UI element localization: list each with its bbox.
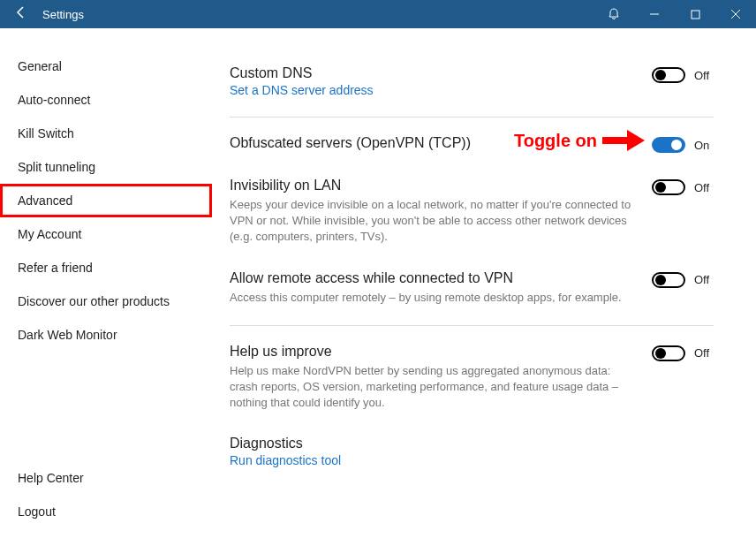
sidebar-item-help-center[interactable]: Help Center xyxy=(0,461,212,495)
window-title: Settings xyxy=(42,8,84,21)
sidebar-item-kill-switch[interactable]: Kill Switch xyxy=(0,117,212,150)
sidebar-item-auto-connect[interactable]: Auto-connect xyxy=(0,83,212,117)
remote-toggle[interactable] xyxy=(652,272,685,288)
diagnostics-link[interactable]: Run diagnostics tool xyxy=(230,453,714,467)
section-remote: Allow remote access while connected to V… xyxy=(230,258,714,326)
invisibility-toggle[interactable] xyxy=(652,179,685,195)
invisibility-title: Invisibility on LAN xyxy=(230,178,641,193)
diagnostics-title: Diagnostics xyxy=(230,436,714,451)
custom-dns-state: Off xyxy=(694,69,714,82)
remote-desc: Access this computer remotely – by using… xyxy=(230,290,641,306)
custom-dns-link[interactable]: Set a DNS server address xyxy=(230,83,641,97)
section-invisibility: Invisibility on LAN Keeps your device in… xyxy=(230,165,714,258)
section-improve: Help us improve Help us make NordVPN bet… xyxy=(230,331,714,424)
sidebar-item-split-tunneling[interactable]: Split tunneling xyxy=(0,150,212,184)
maximize-button[interactable] xyxy=(675,0,715,28)
custom-dns-title: Custom DNS xyxy=(230,65,641,81)
sidebar-item-logout[interactable]: Logout xyxy=(0,495,212,528)
improve-title: Help us improve xyxy=(230,344,641,360)
sidebar-item-my-account[interactable]: My Account xyxy=(0,217,212,251)
improve-state: Off xyxy=(694,346,714,360)
section-custom-dns: Custom DNS Set a DNS server address Off xyxy=(230,53,714,118)
section-diagnostics: Diagnostics Run diagnostics tool xyxy=(230,423,714,480)
remote-title: Allow remote access while connected to V… xyxy=(230,270,641,286)
minimize-button[interactable] xyxy=(634,0,675,28)
remote-state: Off xyxy=(694,273,714,286)
obfuscated-toggle[interactable] xyxy=(652,137,685,153)
improve-toggle[interactable] xyxy=(652,345,685,361)
section-obfuscated: Obfuscated servers (OpenVPN (TCP)) On To… xyxy=(230,123,714,165)
invisibility-state: Off xyxy=(694,181,714,194)
sidebar-item-dark-web[interactable]: Dark Web Monitor xyxy=(0,318,212,352)
svg-rect-1 xyxy=(692,11,699,19)
invisibility-desc: Keeps your device invisible on a local n… xyxy=(230,197,641,246)
main: General Auto-connect Kill Switch Split t… xyxy=(0,28,756,546)
titlebar: Settings xyxy=(0,0,756,28)
sidebar-item-refer[interactable]: Refer a friend xyxy=(0,251,212,284)
improve-desc: Help us make NordVPN better by sending u… xyxy=(230,363,641,412)
notification-icon[interactable] xyxy=(593,0,634,28)
close-button[interactable] xyxy=(715,0,756,28)
sidebar-item-advanced[interactable]: Advanced xyxy=(0,184,212,217)
obfuscated-state: On xyxy=(694,139,714,152)
sidebar-item-discover[interactable]: Discover our other products xyxy=(0,284,212,318)
sidebar: General Auto-connect Kill Switch Split t… xyxy=(0,28,212,546)
sidebar-item-general[interactable]: General xyxy=(0,49,212,83)
back-button[interactable] xyxy=(0,5,42,23)
content: Custom DNS Set a DNS server address Off … xyxy=(212,28,756,546)
custom-dns-toggle[interactable] xyxy=(652,67,685,83)
obfuscated-title: Obfuscated servers (OpenVPN (TCP)) xyxy=(230,135,641,151)
